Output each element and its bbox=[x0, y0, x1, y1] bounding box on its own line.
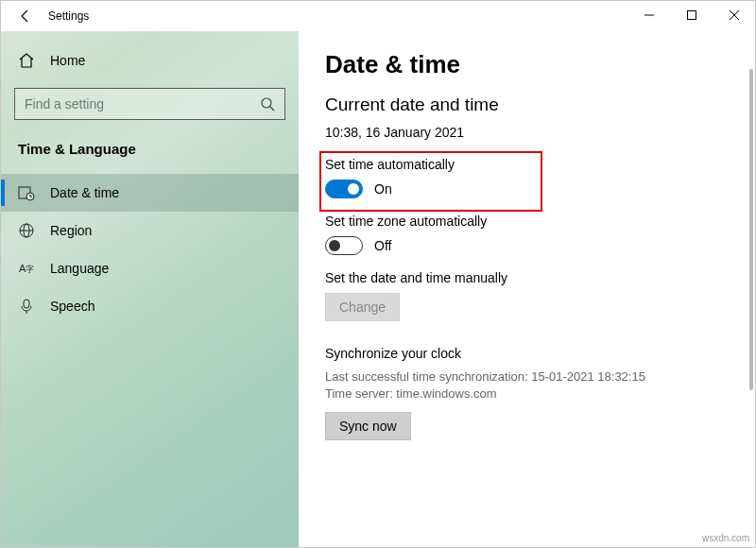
settings-window: Settings Home Time & Language bbox=[0, 0, 756, 548]
maximize-icon bbox=[687, 10, 696, 20]
content-row: Home Time & Language Date & time Region … bbox=[1, 31, 755, 547]
sync-info: Last successful time synchronization: 15… bbox=[325, 368, 729, 402]
toggle-knob bbox=[348, 183, 359, 195]
set-tz-auto-toggle[interactable] bbox=[325, 236, 363, 255]
svg-point-4 bbox=[262, 98, 271, 108]
category-title: Time & Language bbox=[1, 137, 299, 174]
sync-server: Time server: time.windows.com bbox=[325, 385, 729, 402]
back-button[interactable] bbox=[16, 7, 35, 26]
set-tz-auto-row: Off bbox=[325, 236, 729, 255]
svg-rect-13 bbox=[24, 300, 29, 308]
set-time-auto-toggle[interactable] bbox=[325, 180, 363, 198]
watermark: wsxdn.com bbox=[702, 533, 749, 543]
home-icon bbox=[18, 52, 35, 69]
sidebar-item-label: Date & time bbox=[50, 185, 119, 200]
close-icon bbox=[730, 10, 739, 20]
sidebar-item-language[interactable]: A字 Language bbox=[1, 249, 299, 287]
sidebar-item-region[interactable]: Region bbox=[1, 212, 299, 249]
search-icon bbox=[260, 96, 275, 111]
svg-text:字: 字 bbox=[26, 265, 34, 274]
titlebar-left: Settings bbox=[1, 7, 89, 26]
svg-rect-1 bbox=[687, 11, 696, 20]
sidebar-item-date-time[interactable]: Date & time bbox=[1, 174, 299, 212]
close-button[interactable] bbox=[713, 1, 755, 29]
window-title: Settings bbox=[48, 9, 89, 23]
set-time-auto-label: Set time automatically bbox=[325, 157, 729, 172]
set-tz-auto-state: Off bbox=[374, 238, 391, 253]
svg-line-5 bbox=[270, 107, 274, 111]
sidebar-item-label: Speech bbox=[50, 299, 94, 314]
set-time-auto-state: On bbox=[374, 181, 392, 197]
manual-label: Set the date and time manually bbox=[325, 270, 729, 285]
search-input[interactable] bbox=[25, 96, 260, 111]
set-tz-auto-label: Set time zone automatically bbox=[325, 214, 729, 229]
page-title: Date & time bbox=[325, 50, 729, 79]
main-content: Date & time Current date and time 10:38,… bbox=[299, 31, 755, 547]
sync-section: Synchronize your clock Last successful t… bbox=[325, 346, 729, 440]
language-icon: A字 bbox=[18, 260, 35, 277]
search-input-wrap[interactable] bbox=[14, 88, 285, 120]
sidebar: Home Time & Language Date & time Region … bbox=[1, 31, 299, 547]
current-datetime-value: 10:38, 16 January 2021 bbox=[325, 125, 729, 140]
section-current-datetime: Current date and time bbox=[325, 94, 729, 115]
globe-icon bbox=[18, 222, 35, 239]
sidebar-item-label: Language bbox=[50, 261, 109, 276]
titlebar: Settings bbox=[1, 1, 755, 31]
microphone-icon bbox=[18, 298, 35, 315]
sidebar-item-speech[interactable]: Speech bbox=[1, 287, 299, 325]
minimize-button[interactable] bbox=[627, 1, 670, 29]
home-nav[interactable]: Home bbox=[1, 44, 299, 77]
home-label: Home bbox=[50, 53, 85, 68]
change-button[interactable]: Change bbox=[325, 293, 400, 321]
scrollbar[interactable] bbox=[749, 69, 753, 390]
sync-last: Last successful time synchronization: 15… bbox=[325, 368, 729, 385]
minimize-icon bbox=[644, 10, 654, 20]
sync-label: Synchronize your clock bbox=[325, 346, 729, 361]
arrow-left-icon bbox=[18, 9, 33, 24]
sidebar-item-label: Region bbox=[50, 223, 92, 238]
calendar-clock-icon bbox=[18, 184, 35, 201]
sync-now-button[interactable]: Sync now bbox=[325, 412, 411, 440]
set-time-auto-row: On bbox=[325, 180, 729, 198]
window-controls bbox=[627, 1, 755, 29]
nav-list: Date & time Region A字 Language Speech bbox=[1, 174, 299, 325]
toggle-knob bbox=[329, 240, 340, 251]
maximize-button[interactable] bbox=[670, 1, 713, 29]
